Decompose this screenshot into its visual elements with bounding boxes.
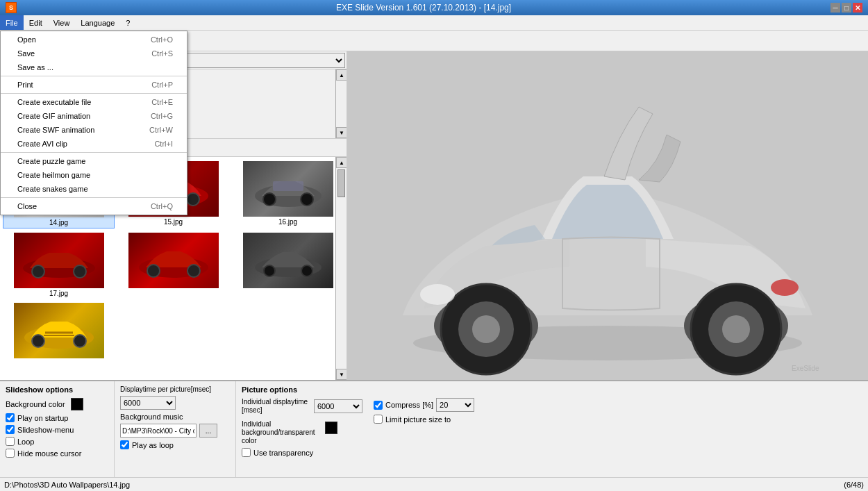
thumbnail-item-19[interactable] — [232, 231, 344, 299]
menu-create-puzzle[interactable]: Create puzzle game — [1, 154, 187, 168]
scroll-up-arrow[interactable]: ▲ — [336, 69, 347, 81]
menu-close[interactable]: Close Ctrl+Q — [1, 199, 187, 213]
svg-text:ExeSlide: ExeSlide — [792, 365, 819, 372]
thumbnail-item-17[interactable]: 17.jpg — [3, 231, 115, 299]
menu-item-view[interactable]: View — [48, 15, 76, 30]
display-time-select[interactable]: 6000 1000 2000 3000 — [120, 396, 176, 410]
individual-time-select[interactable]: 6000 — [314, 399, 362, 413]
menu-separator-4 — [1, 197, 187, 198]
scroll-track — [336, 81, 347, 127]
menu-create-avi[interactable]: Create AVI clip Ctrl+I — [1, 137, 187, 151]
individual-time-label: Individual displaytime [msec] — [242, 398, 311, 415]
loop-checkbox[interactable] — [6, 437, 15, 446]
thumbnail-item-18[interactable] — [117, 231, 229, 299]
bg-music-label: Background music — [120, 413, 183, 421]
maximize-button[interactable]: □ — [842, 3, 851, 13]
status-bar: D:\Photos\3D Auto Wallpapers\14.jpg (6/4… — [0, 477, 868, 491]
limit-size-checkbox[interactable] — [374, 415, 383, 424]
svg-point-16 — [301, 193, 313, 206]
hide-mouse-row: Hide mouse cursor — [6, 449, 108, 458]
svg-point-13 — [187, 193, 199, 206]
menu-separator-3 — [1, 152, 187, 153]
menu-item-file[interactable]: File — [0, 15, 24, 30]
status-count: (6/48) — [844, 481, 864, 489]
thumb-img-19 — [243, 233, 333, 288]
menu-item-edit[interactable]: Edit — [24, 15, 48, 30]
menu-create-gif[interactable]: Create GIF animation Ctrl+G — [1, 109, 187, 123]
play-loop-label: Play as loop — [132, 441, 174, 449]
play-loop-checkbox[interactable] — [120, 440, 129, 449]
car-thumb-svg-17 — [17, 236, 101, 285]
individual-bg-row: Individual background/transparent color — [242, 420, 362, 445]
bg-music-browse-button[interactable]: ... — [199, 424, 217, 438]
thumbnail-scrollbar[interactable]: ▲ ▼ — [335, 157, 347, 380]
hide-mouse-checkbox[interactable] — [6, 449, 15, 458]
thumb-scroll-up[interactable]: ▲ — [336, 157, 347, 168]
svg-point-38 — [472, 315, 500, 343]
menu-item-help[interactable]: ? — [120, 15, 135, 30]
menu-save[interactable]: Save Ctrl+S — [1, 47, 187, 60]
minimize-button[interactable]: ─ — [831, 3, 840, 13]
play-loop-row: Play as loop — [120, 440, 230, 449]
individual-time-row: Individual displaytime [msec] 6000 — [242, 398, 362, 415]
thumbnail-item-20[interactable] — [3, 301, 115, 361]
menu-save-as[interactable]: Save as ... — [1, 60, 187, 74]
svg-point-23 — [187, 265, 200, 277]
preview-car-svg: ExeSlide — [347, 51, 868, 380]
play-startup-label: Play on startup — [17, 414, 68, 422]
svg-point-29 — [74, 335, 86, 347]
status-path: D:\Photos\3D Auto Wallpapers\14.jpg — [4, 481, 130, 489]
menu-create-snakes[interactable]: Create snakes game — [1, 182, 187, 196]
compress-select[interactable]: 20 — [436, 398, 474, 412]
thumbnail-item-16[interactable]: 16.jpg — [232, 160, 344, 228]
menu-print[interactable]: Print Ctrl+P — [1, 78, 187, 92]
file-dropdown-menu: Open Ctrl+O Save Ctrl+S Save as ... Prin… — [0, 31, 187, 215]
svg-point-43 — [771, 279, 799, 296]
slideshow-menu-label: Slideshow-menu — [17, 426, 74, 434]
displaytime-options: Displaytime per picture[msec] 6000 1000 … — [115, 381, 236, 477]
compress-row: Compress [%] 20 — [374, 398, 474, 412]
app-icon: S — [6, 2, 17, 13]
svg-point-25 — [264, 265, 275, 276]
bg-color-swatch[interactable] — [71, 398, 83, 410]
menu-open[interactable]: Open Ctrl+O — [1, 33, 187, 47]
hide-mouse-label: Hide mouse cursor — [17, 449, 81, 458]
slideshow-options: Slideshow options Background color Play … — [0, 381, 115, 477]
svg-point-19 — [32, 265, 44, 278]
thumb-scroll-down[interactable]: ▼ — [336, 369, 347, 380]
title-bar-controls: ─ □ ✕ — [831, 3, 862, 13]
thumb-scroll-track — [336, 168, 347, 369]
svg-point-42 — [420, 284, 455, 305]
loop-label: Loop — [17, 438, 34, 446]
picture-title: Picture options — [242, 385, 862, 394]
individual-bg-swatch[interactable] — [325, 422, 337, 434]
menu-create-heilmon[interactable]: Create heilmon game — [1, 168, 187, 182]
compress-label: Compress [%] — [385, 401, 433, 409]
svg-point-15 — [263, 193, 276, 206]
info-scrollbar[interactable]: ▲ ▼ — [335, 69, 347, 138]
use-transparency-checkbox[interactable] — [242, 448, 251, 457]
limit-size-label: Limit picture size to — [385, 415, 451, 424]
menu-separator-1 — [1, 76, 187, 76]
thumb-scroll-thumb[interactable] — [337, 169, 345, 197]
thumb-label-17: 17.jpg — [49, 290, 68, 297]
thumb-img-20 — [14, 303, 104, 358]
thumb-label-16: 16.jpg — [278, 218, 297, 226]
use-transparency-row: Use transparency — [242, 448, 362, 457]
display-time-row: Displaytime per picture[msec] — [120, 385, 230, 393]
compress-checkbox[interactable] — [374, 401, 383, 410]
play-startup-checkbox[interactable] — [6, 413, 15, 422]
limit-size-row: Limit picture size to — [374, 415, 474, 424]
picture-right-col: Compress [%] 20 Limit picture size to — [374, 398, 474, 460]
menu-item-language[interactable]: Language — [75, 15, 120, 30]
scroll-down-arrow[interactable]: ▼ — [336, 127, 347, 138]
car-thumb-svg-19 — [247, 236, 330, 285]
picture-options-inner: Individual displaytime [msec] 6000 Indiv… — [242, 398, 862, 460]
menu-create-swf[interactable]: Create SWF animation Ctrl+W — [1, 123, 187, 137]
bg-music-row: Background music — [120, 413, 230, 421]
bg-music-path-input[interactable] — [120, 424, 197, 438]
close-button[interactable]: ✕ — [853, 3, 862, 13]
menu-create-exe[interactable]: Create executable file Ctrl+E — [1, 95, 187, 109]
display-time-label: Displaytime per picture[msec] — [120, 385, 211, 393]
slideshow-menu-checkbox[interactable] — [6, 425, 15, 434]
